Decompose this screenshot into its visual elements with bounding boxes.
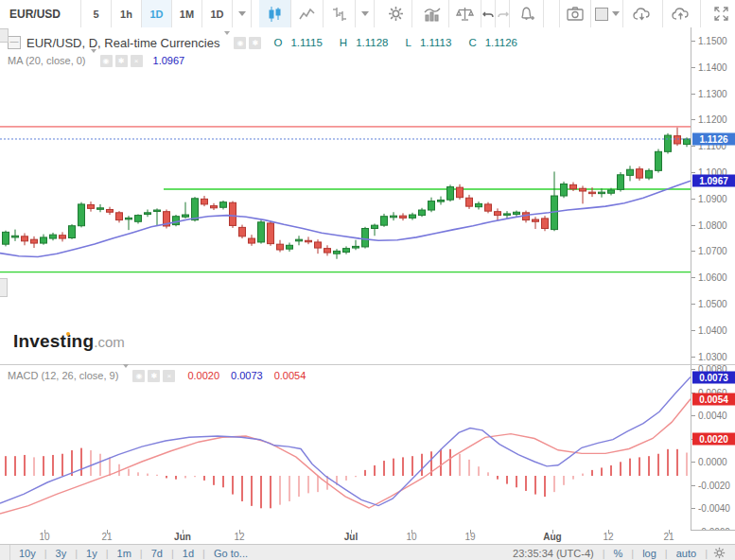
load-chart-button[interactable] [623, 0, 663, 27]
macd-bar-51 [487, 472, 489, 476]
macd-bar-64 [610, 465, 612, 476]
instrument-legend-row: — EUR/USD, D, Real-time Currencies ◉ ✱ O… [8, 35, 534, 50]
timeframe-1d2-button[interactable]: 1D [202, 0, 233, 27]
eye-icon[interactable]: ◉ [100, 55, 113, 67]
candle-38 [362, 227, 369, 249]
macd-bar-29 [279, 476, 281, 505]
macd-values: 0.0020 0.0073 0.0054 [187, 370, 317, 381]
candlestick-chart-button[interactable] [259, 0, 291, 27]
macd-bar-31 [298, 476, 300, 497]
candle-66 [627, 166, 634, 181]
chart-type-dropdown[interactable] [356, 0, 375, 27]
indicators-button[interactable] [417, 0, 449, 27]
range-button-10y[interactable]: 10y [10, 548, 44, 559]
candle-61 [580, 185, 586, 203]
undo-button[interactable] [481, 0, 496, 27]
macd-axis[interactable]: 0.00800.00600.00400.00200.0000-0.0020-0.… [691, 365, 735, 530]
settings-button[interactable] [380, 0, 412, 27]
chevron-down-icon [612, 11, 620, 16]
candle-43 [410, 213, 416, 220]
candle-25 [239, 225, 246, 238]
time-axis[interactable]: 1021Jun12Jul1019Aug1221 [0, 530, 691, 544]
log-scale-button[interactable]: log [634, 548, 665, 559]
save-chart-button[interactable] [663, 0, 701, 27]
collapse-legend-icon[interactable]: — [8, 36, 21, 49]
candle-49 [466, 195, 473, 209]
compare-button[interactable] [449, 0, 481, 27]
range-button-7d[interactable]: 7d [143, 548, 171, 559]
timeframe-5m-button[interactable]: 5 [81, 0, 112, 27]
price-axis[interactable]: 1.15001.14001.13001.12001.11001.10001.09… [691, 27, 735, 364]
macd-bar-13 [128, 469, 130, 476]
gear-icon[interactable]: ✱ [115, 55, 128, 67]
macd-bar-50 [478, 466, 480, 476]
macd-dropdown[interactable] [123, 368, 129, 385]
macd-bar-11 [109, 457, 111, 476]
candle-13 [126, 216, 132, 230]
screenshot-button[interactable] [559, 0, 591, 27]
timeframe-1m-button[interactable]: 1M [172, 0, 202, 27]
eye-icon[interactable]: ◉ [234, 37, 246, 49]
macd-axis-label: -0.0040 [698, 503, 730, 514]
macd-signal-value: 0.0054 [274, 370, 306, 381]
bottom-bar-handle[interactable] [0, 545, 10, 560]
ma-dropdown[interactable] [91, 53, 96, 70]
gear-icon[interactable]: ✱ [249, 37, 261, 49]
chevron-down-icon [123, 364, 129, 384]
redo-button[interactable] [496, 0, 510, 27]
close-icon[interactable]: × [131, 55, 143, 67]
line-chart-button[interactable] [291, 0, 324, 27]
main-chart-canvas[interactable] [0, 27, 691, 364]
candle-17 [164, 209, 170, 228]
range-button-1y[interactable]: 1y [78, 548, 106, 559]
timeframe-dropdown[interactable] [233, 0, 252, 27]
gear-icon[interactable]: ✱ [148, 370, 160, 382]
templates-button[interactable] [591, 0, 623, 27]
symbol-button[interactable]: EUR/USD [0, 0, 81, 27]
title-dropdown[interactable] [224, 35, 230, 52]
macd-value-badge: 0.0054 [692, 393, 735, 405]
range-button-1m[interactable]: 1m [109, 548, 140, 559]
investing-logo[interactable]: Investing.com [13, 331, 125, 352]
chevron-down-icon [224, 31, 230, 51]
macd-bar-6 [61, 454, 63, 476]
bottom-settings-button[interactable] [708, 547, 735, 559]
range-button-3y[interactable]: 3y [47, 548, 76, 559]
macd-bar-15 [147, 474, 149, 476]
timeframe-1h-button[interactable]: 1h [112, 0, 142, 27]
fullscreen-button[interactable] [707, 0, 735, 27]
add-alert-button[interactable] [510, 0, 544, 27]
candle-0 [3, 231, 9, 247]
candle-28 [268, 221, 274, 246]
chart-legend: — EUR/USD, D, Real-time Currencies ◉ ✱ O… [8, 35, 534, 71]
bottom-toolbar: 10y|3y|1y|1m|7d|1d | Go to... 23:35:34 (… [0, 544, 735, 560]
hilo-chart-button[interactable] [324, 0, 356, 27]
candle-71 [674, 128, 681, 146]
range-button-1d[interactable]: 1d [174, 548, 202, 559]
candle-5 [50, 233, 57, 240]
macd-chart-canvas[interactable] [0, 365, 691, 530]
candle-4 [41, 235, 47, 245]
candle-7 [69, 224, 76, 239]
percent-scale-button[interactable]: % [605, 548, 632, 559]
timeframe-1d-button[interactable]: 1D [142, 0, 172, 27]
clock-label: 23:35:34 (UTC-4) [504, 548, 603, 559]
goto-button[interactable]: Go to... [205, 548, 256, 559]
price-axis-label: 1.1500 [698, 36, 727, 46]
candle-18 [173, 215, 180, 226]
auto-scale-button[interactable]: auto [668, 548, 705, 559]
macd-tick [691, 462, 695, 463]
eye-icon[interactable]: ◉ [132, 370, 145, 382]
candle-52 [495, 208, 501, 220]
left-edge-tab-tools[interactable] [0, 278, 8, 297]
macd-bar-10 [99, 454, 101, 476]
price-tick [691, 67, 695, 68]
close-icon[interactable]: × [163, 370, 175, 382]
candle-48 [457, 184, 464, 200]
chart-title: EUR/USD, D, Real-time Currencies [26, 36, 219, 50]
left-edge-tab-top[interactable] [0, 28, 9, 43]
macd-bar-41 [393, 459, 394, 476]
price-tick [691, 357, 695, 358]
price-tick [691, 199, 695, 200]
price-tick [691, 225, 695, 226]
